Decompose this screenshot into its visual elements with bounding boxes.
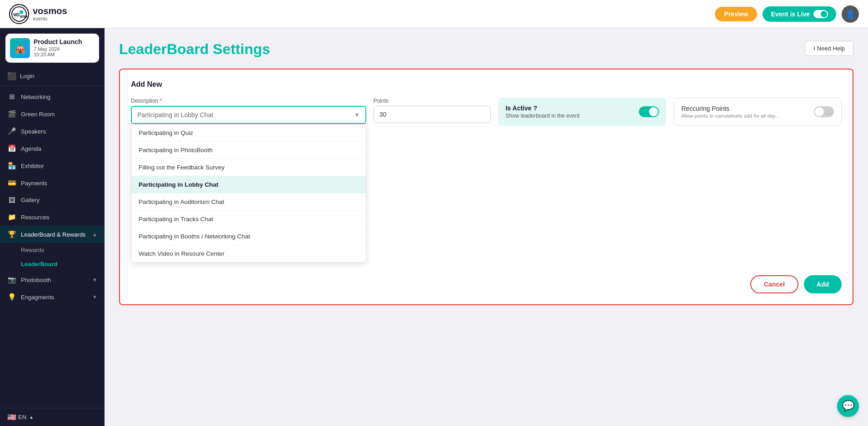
- card-section-title: Add New: [131, 80, 842, 89]
- logo-sub: events: [33, 16, 67, 21]
- sidebar-item-leaderboard-label: LeaderBoard & Rewards: [21, 231, 88, 238]
- photobooth-chevron-icon: ▼: [92, 277, 97, 282]
- page-title: LeaderBoard Settings: [119, 41, 270, 58]
- description-label: Description *: [131, 98, 366, 104]
- dropdown-menu: Participating in Quiz Participating in P…: [131, 124, 366, 263]
- dropdown-item-tracks-chat[interactable]: Participating in Tracks Chat: [131, 211, 366, 228]
- settings-card: Add New Description * Participating in L…: [119, 69, 853, 305]
- svg-text:vo: vo: [13, 11, 20, 18]
- leaderboard-icon: 🏆: [7, 230, 16, 238]
- add-button[interactable]: Add: [804, 275, 842, 293]
- topbar-right: Preview Event is Live 👤: [715, 5, 859, 23]
- sidebar-item-payments[interactable]: 💳 Payments: [0, 174, 105, 192]
- sidebar-item-green-room[interactable]: 🎬 Green Room: [0, 105, 105, 123]
- event-name: Product Launch: [34, 38, 95, 45]
- chat-bubble[interactable]: 💬: [837, 395, 859, 417]
- dropdown-item-auditorium-chat[interactable]: Participating in Auditorium Chat: [131, 193, 366, 211]
- sidebar-item-engagments-label: Engagments: [21, 294, 88, 301]
- recurring-field: Reccuring Points Allow points to cumulat…: [673, 98, 842, 126]
- sidebar-item-networking[interactable]: ⊞ Networking: [0, 88, 105, 105]
- recurring-sub: Allow points to cumulatively add for all…: [681, 113, 779, 119]
- page-header: LeaderBoard Settings I Need Help: [119, 41, 853, 58]
- main-layout: 🎪 Product Launch 7 May 2024 10:20 AM ⬛ L…: [0, 28, 868, 426]
- event-live-toggle[interactable]: [813, 10, 828, 18]
- dropdown-item-booths-chat[interactable]: Participating in Booths / Networking Cha…: [131, 228, 366, 245]
- event-live-button[interactable]: Event is Live: [763, 6, 836, 22]
- engagments-icon: 💡: [7, 293, 16, 301]
- topbar: vo smos vosmos events Preview Event is L…: [0, 0, 868, 28]
- sidebar-item-resources[interactable]: 📁 Resources: [0, 208, 105, 226]
- event-time: 10:20 AM: [34, 52, 95, 57]
- login-row[interactable]: ⬛ Login: [0, 68, 105, 84]
- recurring-toggle-wrap: [814, 106, 834, 117]
- agenda-icon: 📅: [7, 144, 16, 153]
- event-live-label: Event is Live: [771, 10, 810, 18]
- logo: vo smos vosmos events: [9, 4, 67, 24]
- is-active-card: Is Active ? Show leaderboard in the even…: [498, 98, 666, 126]
- payments-icon: 💳: [7, 179, 16, 187]
- description-value: Participating in Lobby Chat: [137, 111, 213, 119]
- event-thumbnail: 🎪: [10, 38, 30, 58]
- help-button[interactable]: I Need Help: [805, 41, 853, 56]
- logo-icon: vo smos: [9, 4, 29, 24]
- is-active-sub: Show leaderboard in the event: [505, 113, 579, 119]
- event-thumb-icon: 🎪: [15, 43, 26, 54]
- is-active-toggle[interactable]: [639, 106, 659, 117]
- sidebar: 🎪 Product Launch 7 May 2024 10:20 AM ⬛ L…: [0, 28, 105, 426]
- recurring-text: Reccuring Points Allow points to cumulat…: [681, 105, 779, 119]
- sidebar-item-photobooth[interactable]: 📷 Photobooth ▼: [0, 271, 105, 288]
- dropdown-item-video-resource[interactable]: Watch Video in Resoure Center: [131, 245, 366, 262]
- sidebar-item-agenda-label: Agenda: [21, 145, 97, 152]
- cancel-button[interactable]: Cancel: [750, 275, 798, 293]
- action-row: Cancel Add: [131, 275, 842, 293]
- event-info: Product Launch 7 May 2024 10:20 AM: [34, 38, 95, 57]
- is-active-toggle-wrap: [639, 106, 659, 117]
- flag-icon: 🇺🇸: [7, 413, 16, 421]
- sidebar-item-exhibitor[interactable]: 🏪 Exhibitor: [0, 157, 105, 174]
- logo-name: vosmos: [33, 6, 67, 16]
- dropdown-item-quiz[interactable]: Participating in Quiz: [131, 124, 366, 142]
- speakers-icon: 🎤: [7, 127, 16, 135]
- photobooth-icon: 📷: [7, 276, 16, 284]
- sidebar-item-agenda[interactable]: 📅 Agenda: [0, 140, 105, 157]
- dropdown-item-lobby-chat[interactable]: Participating in Lobby Chat: [131, 176, 366, 193]
- sidebar-sub-rewards[interactable]: Rewards: [0, 243, 105, 257]
- leaderboard-chevron-icon: ▲: [92, 232, 97, 237]
- dropdown-item-feedback[interactable]: Filling out the Feedback Survey: [131, 159, 366, 176]
- dropdown-item-photobooth[interactable]: Participating in PhotoBooth: [131, 142, 366, 159]
- exhibitor-icon: 🏪: [7, 162, 16, 170]
- chat-bubble-icon: 💬: [842, 400, 854, 412]
- dropdown-chevron-icon: ▼: [354, 112, 360, 118]
- networking-icon: ⊞: [7, 93, 16, 101]
- required-star: *: [158, 98, 162, 104]
- avatar-button[interactable]: 👤: [842, 5, 859, 23]
- resources-icon: 📁: [7, 213, 16, 221]
- description-select[interactable]: Participating in Lobby Chat ▼: [131, 106, 366, 124]
- points-input[interactable]: [374, 106, 491, 123]
- sidebar-item-networking-label: Networking: [21, 94, 97, 100]
- sidebar-item-speakers[interactable]: 🎤 Speakers: [0, 123, 105, 140]
- sidebar-item-photobooth-label: Photobooth: [21, 277, 88, 283]
- sidebar-divider-top: [0, 86, 105, 86]
- sidebar-item-leaderboard-rewards[interactable]: 🏆 LeaderBoard & Rewards ▲: [0, 226, 105, 243]
- sidebar-item-gallery[interactable]: 🖼 Gallery: [0, 192, 105, 208]
- lang-button[interactable]: 🇺🇸 EN ▲: [0, 408, 105, 426]
- svg-point-2: [20, 10, 23, 14]
- logo-text: vosmos events: [33, 6, 67, 21]
- is-active-title: Is Active ?: [505, 104, 579, 112]
- sidebar-sub-leaderboard[interactable]: LeaderBoard: [0, 257, 105, 271]
- sidebar-item-green-room-label: Green Room: [21, 111, 97, 118]
- login-icon: ⬛: [7, 72, 16, 80]
- preview-button[interactable]: Preview: [715, 7, 757, 21]
- sidebar-item-gallery-label: Gallery: [21, 197, 97, 203]
- recurring-toggle[interactable]: [814, 106, 834, 117]
- event-card: 🎪 Product Launch 7 May 2024 10:20 AM: [5, 34, 99, 63]
- points-label: Points: [374, 98, 491, 104]
- login-label: Login: [20, 73, 35, 79]
- content-area: LeaderBoard Settings I Need Help Add New…: [105, 28, 868, 426]
- lang-chevron-icon: ▲: [29, 415, 34, 420]
- svg-text:smos: smos: [20, 14, 27, 19]
- is-active-text: Is Active ? Show leaderboard in the even…: [505, 104, 579, 119]
- event-date: 7 May 2024: [34, 46, 95, 52]
- sidebar-item-engagments[interactable]: 💡 Engagments ▼: [0, 288, 105, 306]
